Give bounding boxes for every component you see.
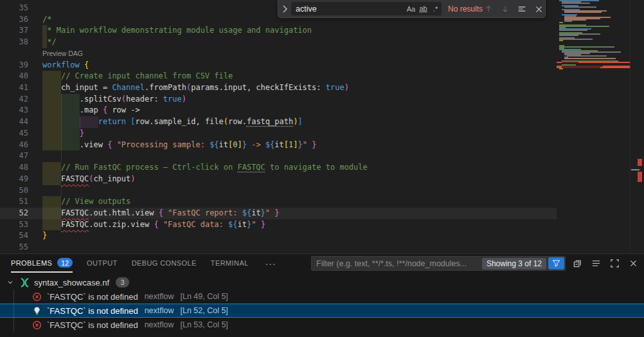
toggle-replace-icon[interactable]: [280, 3, 290, 15]
problem-row[interactable]: `FASTQC` is not definednextflow[Ln 52, C…: [0, 304, 644, 318]
code-text: }: [42, 230, 47, 242]
view-as-table-icon[interactable]: [589, 257, 602, 270]
problems-count-badge: 12: [57, 258, 73, 268]
code-line-43[interactable]: 43 .map { row ->: [0, 105, 557, 116]
minimap-line: [559, 35, 578, 36]
minimap-line: [564, 6, 596, 8]
minimap-line: [567, 55, 607, 57]
code-line-42[interactable]: 42 .splitCsv(header: true): [0, 94, 557, 105]
panel-tab-bar: PROBLEMS12OUTPUTDEBUG CONSOLETERMINAL···: [11, 254, 276, 273]
code-text: // View outputs: [42, 196, 130, 208]
more-tabs-icon[interactable]: ···: [265, 254, 276, 273]
previous-match-icon[interactable]: [481, 2, 496, 16]
chevron-down-icon[interactable]: [5, 277, 15, 287]
problem-row[interactable]: `FASTQC` is not definednextflow[Ln 53, C…: [0, 318, 644, 332]
whole-word-icon[interactable]: ab: [417, 3, 429, 14]
line-number: 52: [0, 208, 28, 219]
problems-list: `FASTQC` is not definednextflow[Ln 49, C…: [0, 289, 644, 332]
line-number: 40: [0, 71, 28, 82]
line-number: 53: [0, 219, 28, 231]
maximize-panel-icon[interactable]: [608, 257, 621, 270]
code-line-45[interactable]: 45 }: [0, 128, 557, 140]
regex-icon[interactable]: .*: [429, 3, 442, 14]
line-number: 35: [0, 3, 28, 14]
line-number: 55: [0, 242, 28, 253]
code-line-39[interactable]: 39workflow {: [0, 60, 557, 71]
close-panel-icon[interactable]: [627, 257, 640, 270]
problem-row[interactable]: `FASTQC` is not definednextflow[Ln 49, C…: [0, 289, 644, 304]
tab-terminal[interactable]: TERMINAL: [211, 254, 249, 273]
whole-word-label: ab: [419, 5, 427, 12]
ruler-error-mark: [638, 172, 642, 182]
code-line-55[interactable]: 55: [0, 242, 557, 253]
code-line-40[interactable]: 40 // Create input channel from CSV file: [0, 71, 557, 82]
problems-file-row[interactable]: syntax_showcase.nf 3: [0, 275, 644, 289]
line-number: 47: [0, 150, 28, 162]
match-case-icon[interactable]: Aa: [405, 3, 417, 14]
code-text: */: [42, 37, 57, 48]
filter-funnel-icon[interactable]: [548, 257, 564, 269]
bottom-panel: PROBLEMS12OUTPUTDEBUG CONSOLETERMINAL···…: [0, 253, 644, 337]
code-editor[interactable]: 3536/*37 * Main workflow demonstrating m…: [0, 0, 644, 253]
minimap-line: [564, 12, 602, 13]
find-in-selection-icon[interactable]: [515, 2, 529, 16]
code-line-54[interactable]: 54}: [0, 230, 557, 242]
code-line-37[interactable]: 37 * Main workflow demonstrating module …: [0, 25, 557, 37]
code-line-46[interactable]: 46 .view { "Processing sample: ${it[0]} …: [0, 140, 557, 151]
problem-location: [Ln 52, Col 5]: [180, 306, 228, 315]
code-text: FASTQC.out.zip.view { "FastQC data: ${it…: [42, 219, 265, 231]
code-text: ch_input = Channel.fromPath(params.input…: [42, 82, 349, 94]
code-line-41[interactable]: 41 ch_input = Channel.fromPath(params.in…: [0, 82, 557, 94]
ruler-error-mark: [638, 159, 642, 166]
tab-label: DEBUG CONSOLE: [132, 259, 197, 267]
lightbulb-icon: [32, 306, 42, 316]
line-number: 44: [0, 116, 28, 128]
code-line-47[interactable]: 47: [0, 150, 557, 162]
file-problem-count-badge: 3: [116, 277, 129, 287]
next-match-icon[interactable]: [498, 2, 512, 16]
minimap[interactable]: [557, 0, 630, 253]
code-text: .view { "Processing sample: ${it[0]} -> …: [42, 140, 316, 151]
code-text: * Main workflow demonstrating module usa…: [42, 25, 312, 37]
problems-filter-box: Showing 3 of 12: [311, 256, 566, 271]
code-line-52[interactable]: 52 FASTQC.out.html.view { "FastQC report…: [0, 208, 557, 219]
collapse-all-icon[interactable]: [571, 257, 584, 270]
code-line-48[interactable]: 48 // Run FastQC process — Ctrl-click on…: [0, 162, 557, 174]
tree-indent-guide: [13, 289, 14, 332]
code-line-44[interactable]: 44 return [row.sample_id, file(row.fastq…: [0, 116, 557, 128]
code-line-50[interactable]: 50: [0, 185, 557, 197]
line-number: 43: [0, 105, 28, 116]
indent-guide: [61, 150, 62, 162]
line-number: 38: [0, 37, 28, 48]
line-number: 45: [0, 128, 28, 140]
tab-output[interactable]: OUTPUT: [87, 254, 118, 273]
tab-problems[interactable]: PROBLEMS12: [11, 254, 73, 273]
ruler-cursor-mark: [631, 169, 640, 170]
line-number: 41: [0, 82, 28, 94]
minimap-line: [559, 30, 587, 31]
code-line-49[interactable]: 49 FASTQC(ch_input): [0, 174, 557, 185]
line-number: 37: [0, 25, 28, 37]
code-text: workflow {: [42, 60, 89, 71]
minimap-line: [559, 46, 614, 48]
problems-filter-input[interactable]: [312, 259, 482, 268]
error-icon: [32, 292, 42, 302]
tab-debug-console[interactable]: DEBUG CONSOLE: [132, 254, 197, 273]
minimap-line: [564, 21, 572, 22]
file-name: syntax_showcase.nf: [34, 278, 109, 287]
minimap-line: [559, 40, 563, 41]
code-line-53[interactable]: 53 FASTQC.out.zip.view { "FastQC data: $…: [0, 219, 557, 231]
line-number: 51: [0, 196, 28, 208]
problem-location: [Ln 49, Col 5]: [180, 292, 228, 301]
find-input[interactable]: [291, 5, 405, 14]
code-text: .map { row ->: [42, 105, 140, 116]
code-line-38[interactable]: 38 */: [0, 37, 557, 48]
code-text: .splitCsv(header: true): [42, 94, 186, 105]
minimap-line: [559, 22, 563, 23]
code-text: return [row.sample_id, file(row.fastq_pa…: [42, 116, 303, 128]
codelens-preview-dag[interactable]: Preview DAG: [42, 48, 83, 60]
close-find-icon[interactable]: [532, 2, 546, 16]
line-number: 48: [0, 162, 28, 174]
minimap-line: [562, 3, 590, 4]
code-line-51[interactable]: 51 // View outputs: [0, 196, 557, 208]
